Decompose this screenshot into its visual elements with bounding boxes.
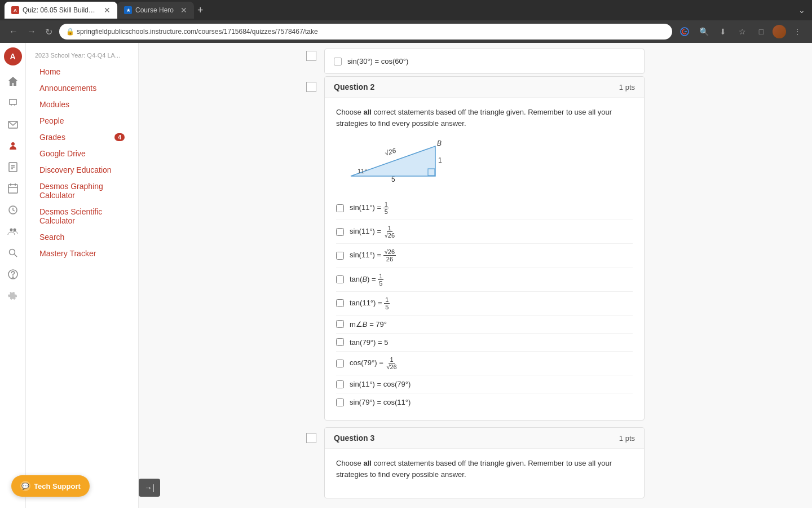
svg-text:11°: 11° xyxy=(358,168,367,174)
q2-option-text-4: tan(B) = 15 xyxy=(350,273,383,287)
question3-instruction: Choose all correct statements based off … xyxy=(336,458,633,480)
q2-option-5: tan(11°) = 15 xyxy=(336,292,633,316)
q2-option-8: cos(79°) = 1√26 xyxy=(336,352,633,375)
sidebar-home-icon[interactable] xyxy=(3,71,23,91)
grades-badge: 4 xyxy=(114,133,125,141)
q2-checkbox-4[interactable] xyxy=(336,275,344,283)
svg-text:√26: √26 xyxy=(384,147,397,157)
nav-discovery-education[interactable]: Discovery Education xyxy=(30,162,134,178)
question2-title: Question 2 xyxy=(334,82,374,91)
sidebar-help-icon[interactable] xyxy=(3,264,23,284)
nav-search[interactable]: Search xyxy=(30,229,134,245)
browser-chrome: A Quiz: 06.05 Skill Builder: Ident... ✕ … xyxy=(0,0,812,43)
q1-flag-checkbox[interactable] xyxy=(306,51,316,61)
school-year-label: 2023 School Year: Q4-Q4 LA... xyxy=(26,50,138,63)
canvas-logo[interactable]: A xyxy=(4,47,22,65)
q2-option-text-6: m∠B = 79° xyxy=(350,320,387,329)
question2-body: Choose all correct statements based off … xyxy=(325,98,644,420)
new-tab-button[interactable]: + xyxy=(194,5,207,16)
q2-checkbox-8[interactable] xyxy=(336,360,344,367)
svg-point-14 xyxy=(9,249,15,255)
collapse-sidebar-button[interactable]: →| xyxy=(139,479,160,497)
tech-support-label: Tech Support xyxy=(34,482,81,491)
q2-option-3: sin(11°) = √2626 xyxy=(336,244,633,268)
question3-header: Question 3 1 pts xyxy=(325,428,644,449)
svg-rect-7 xyxy=(8,185,17,193)
nav-mastery-tracker[interactable]: Mastery Tracker xyxy=(30,246,134,261)
svg-text:B: B xyxy=(437,139,442,147)
q2-checkbox-9[interactable] xyxy=(336,380,344,388)
sidebar-announcements-icon[interactable] xyxy=(3,93,23,113)
nav-desmos-graphing[interactable]: Desmos Graphing Calculator xyxy=(30,178,134,203)
forward-button[interactable]: → xyxy=(25,24,38,39)
q2-option-text-8: cos(79°) = 1√26 xyxy=(350,356,398,370)
svg-point-13 xyxy=(13,229,16,231)
q3-flag-checkbox[interactable] xyxy=(306,433,316,443)
extension-btn[interactable]: □ xyxy=(753,24,769,40)
sidebar-icons: A xyxy=(0,43,26,508)
nav-home[interactable]: Home xyxy=(30,64,134,80)
ch-tab-label: Course Hero xyxy=(135,6,174,14)
q2-option-2: sin(11°) = 1√26 xyxy=(336,220,633,244)
nav-desmos-scientific[interactable]: Desmos Scientific Calculator xyxy=(30,204,134,229)
profile-avatar[interactable] xyxy=(773,25,786,38)
nav-grades[interactable]: Grades 4 xyxy=(30,129,134,145)
q2-option-text-5: tan(11°) = 15 xyxy=(350,296,390,310)
tab-bar: A Quiz: 06.05 Skill Builder: Ident... ✕ … xyxy=(0,0,812,20)
quiz-tab[interactable]: A Quiz: 06.05 Skill Builder: Ident... ✕ xyxy=(5,2,117,19)
q2-option-text-9: sin(11°) = cos(79°) xyxy=(350,380,411,388)
main-content: sin(30°) = cos(60°) Question 2 1 pts xyxy=(139,43,812,508)
sidebar-history-icon[interactable] xyxy=(3,200,23,220)
prev-checkbox[interactable] xyxy=(334,58,342,65)
quiz-tab-label: Quiz: 06.05 Skill Builder: Ident... xyxy=(23,6,97,14)
menu-btn[interactable]: ⋮ xyxy=(789,24,805,40)
triangle-svg: √26 5 1 11° B xyxy=(345,138,458,183)
back-button[interactable]: ← xyxy=(7,24,20,39)
sidebar-settings-icon[interactable] xyxy=(3,286,23,306)
q2-option-text-2: sin(11°) = 1√26 xyxy=(350,225,396,239)
ch-tab[interactable]: ★ Course Hero ✕ xyxy=(117,2,194,19)
question2-pts: 1 pts xyxy=(619,83,635,91)
question3-row: Question 3 1 pts Choose all correct stat… xyxy=(306,427,645,498)
q2-checkbox-10[interactable] xyxy=(336,398,344,406)
lock-icon: 🔒 xyxy=(66,28,74,36)
q2-checkbox-5[interactable] xyxy=(336,299,344,307)
tech-support-button[interactable]: 💬 Tech Support xyxy=(11,475,90,497)
nav-google-drive[interactable]: Google Drive xyxy=(30,146,134,161)
quiz-favicon: A xyxy=(11,6,19,14)
sidebar-groups-icon[interactable] xyxy=(3,221,23,242)
q2-option-text-7: tan(79°) = 5 xyxy=(350,338,388,347)
quiz-tab-close[interactable]: ✕ xyxy=(104,6,111,15)
q2-checkbox-2[interactable] xyxy=(336,228,344,236)
sidebar-inbox-icon[interactable] xyxy=(3,114,23,134)
q2-option-4: tan(B) = 15 xyxy=(336,268,633,292)
google-icon-btn[interactable] xyxy=(677,24,692,40)
q2-checkbox-7[interactable] xyxy=(336,338,344,346)
sidebar-profile-icon[interactable] xyxy=(3,135,23,156)
question2-header: Question 2 1 pts xyxy=(325,77,644,98)
sidebar-calendar-icon[interactable] xyxy=(3,178,23,199)
tab-dropdown-button[interactable]: ⌄ xyxy=(796,3,807,17)
ch-favicon: ★ xyxy=(124,6,132,14)
question2-options: sin(11°) = 15 sin(11°) = 1√26 xyxy=(336,196,633,411)
address-bar[interactable]: 🔒 springfieldpublicschools.instructure.c… xyxy=(59,24,672,40)
question3-body: Choose all correct statements based off … xyxy=(325,449,644,498)
sidebar-search-icon[interactable] xyxy=(3,243,23,263)
download-btn[interactable]: ⬇ xyxy=(715,24,731,40)
q2-checkbox-1[interactable] xyxy=(336,204,344,212)
question3-pts: 1 pts xyxy=(619,434,635,443)
q2-checkbox-3[interactable] xyxy=(336,252,344,260)
sidebar-grades-icon[interactable] xyxy=(3,157,23,177)
q2-checkbox-6[interactable] xyxy=(336,320,344,328)
bookmark-btn[interactable]: ☆ xyxy=(734,24,750,40)
prev-option-row: sin(30°) = cos(60°) xyxy=(334,55,635,68)
nav-modules[interactable]: Modules xyxy=(30,97,134,112)
q2-flag-checkbox[interactable] xyxy=(306,82,316,92)
reload-button[interactable]: ↻ xyxy=(43,24,55,40)
nav-people[interactable]: People xyxy=(30,113,134,129)
ch-tab-close[interactable]: ✕ xyxy=(180,6,187,15)
svg-point-2 xyxy=(11,142,15,146)
triangle-diagram: √26 5 1 11° B xyxy=(345,138,633,185)
nav-announcements[interactable]: Announcements xyxy=(30,80,134,96)
search-glass-btn[interactable]: 🔍 xyxy=(696,24,712,40)
